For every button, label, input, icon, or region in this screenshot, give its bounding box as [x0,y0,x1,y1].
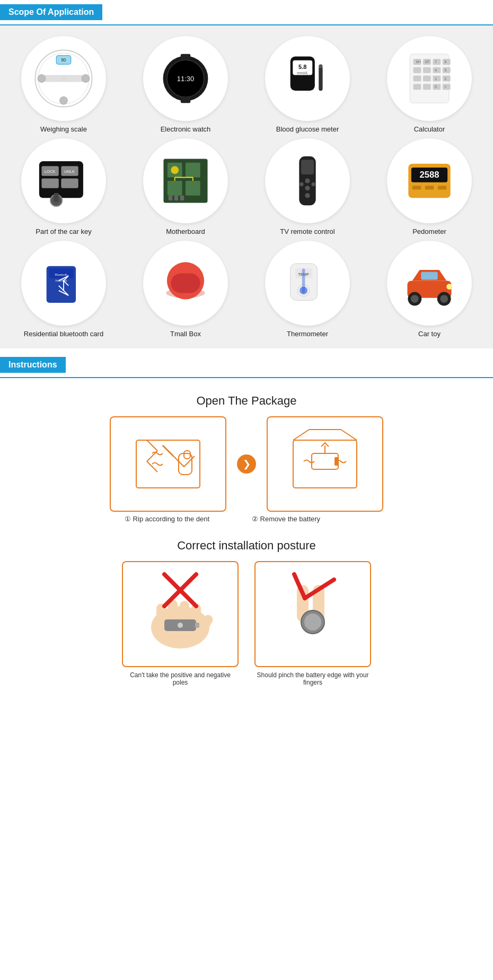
svg-point-73 [305,193,310,198]
svg-rect-108 [184,451,190,459]
posture-correct-label: Should pinch the battery edge with your … [254,671,371,686]
svg-text:80: 80 [61,57,66,63]
item-blood-glucose: 5.8 mmol/L Blood glucose meter [249,36,366,133]
item-calculator: M+ GT 7 8 4 5 1 2 0 = Calculator [371,36,488,133]
posture-correct-box [254,561,371,667]
svg-rect-60 [168,181,182,196]
svg-rect-95 [302,268,305,293]
steps-row: ❯ [5,416,488,512]
motherboard-image [143,138,228,223]
instructions-badge: Instructions [0,357,66,373]
motherboard-label: Motherboard [166,228,205,235]
step-arrow: ❯ [237,454,256,474]
svg-rect-29 [443,67,451,73]
svg-point-99 [411,295,419,303]
instructions-header: Instructions [0,353,493,378]
weighing-scale-label: Weighing scale [40,125,87,133]
step1-illustration [120,424,216,504]
step2-label: ② Remove the battery [252,515,368,523]
posture-wrong-box [122,561,239,667]
thermometer-image: TEMP [265,241,350,326]
weighing-scale-icon: 80 [32,47,95,110]
arrow-icon: ❯ [243,458,251,470]
posture-correct: Should pinch the battery edge with your … [254,561,371,686]
thermometer-label: Thermometer [287,330,328,338]
svg-rect-103 [136,440,200,488]
svg-point-4 [82,75,90,83]
svg-rect-80 [425,186,434,189]
posture-wrong: Can't take the positive and negative pol… [122,561,239,686]
svg-rect-97 [421,272,437,280]
car-key-icon: LOCK UNLK [32,149,95,213]
svg-text:4: 4 [435,68,437,72]
correct-posture-illustration [265,569,360,659]
bluetooth-card-image: Bluetooth Induction [21,241,106,326]
items-grid: 80 Weighing scale 11:30 Electronic watch [5,36,488,338]
svg-text:0: 0 [435,85,437,89]
step2-box [267,416,383,512]
svg-rect-70 [301,160,314,174]
svg-text:2588: 2588 [420,170,439,180]
svg-rect-36 [433,84,441,90]
item-car-key: LOCK UNLK Part of the car key [5,138,122,235]
bluetooth-icon: Bluetooth Induction [32,251,95,315]
blood-glucose-label: Blood glucose meter [276,125,339,133]
car-toy-image [387,241,472,326]
svg-text:5: 5 [445,68,447,72]
svg-text:5.8: 5.8 [298,64,306,70]
tmall-box-label: Tmall Box [170,330,201,338]
svg-rect-32 [433,75,441,81]
svg-rect-89 [171,274,200,293]
blood-glucose-image: 5.8 mmol/L [265,36,350,121]
svg-point-75 [311,182,315,186]
item-pedometer: 2588 Pedometer [371,138,488,235]
svg-rect-19 [319,66,322,91]
svg-rect-31 [423,75,431,81]
svg-text:=: = [445,85,447,89]
svg-text:GT: GT [425,60,430,64]
svg-rect-67 [174,196,178,200]
scope-section: 80 Weighing scale 11:30 Electronic watch [0,25,493,348]
svg-text:1: 1 [435,77,437,81]
car-key-label: Part of the car key [36,228,92,235]
svg-rect-123 [195,623,199,628]
weighing-scale-image: 80 [21,36,106,121]
tmall-icon [154,251,217,315]
bluetooth-card-label: Residential bluetooth card [24,330,103,338]
svg-rect-68 [180,196,184,200]
svg-rect-13 [181,54,190,60]
step1-label: ① Rip according to the dent [125,515,241,523]
step2-illustration [277,424,373,504]
svg-rect-30 [413,75,421,81]
scope-badge: Scope Of Application [0,4,102,20]
svg-rect-27 [423,67,431,73]
motherboard-icon [154,149,217,213]
scope-header: Scope Of Application [0,0,493,25]
svg-point-65 [171,166,179,174]
instructions-section: Open The Package [0,378,493,700]
pedometer-label: Pedometer [412,228,446,235]
calculator-label: Calculator [414,125,445,133]
svg-rect-81 [438,186,447,189]
svg-text:M+: M+ [416,60,421,64]
tv-remote-label: TV remote control [280,228,334,235]
watch-icon: 11:30 [154,47,217,110]
svg-text:11:30: 11:30 [177,75,194,83]
car-key-image: LOCK UNLK [21,138,106,223]
car-toy-label: Car toy [418,330,441,338]
svg-point-74 [300,182,303,186]
svg-rect-66 [169,196,172,200]
svg-rect-59 [186,163,200,178]
svg-point-71 [305,178,310,183]
pedometer-icon: 2588 [398,149,461,213]
item-tv-remote: TV remote control [249,138,366,235]
svg-rect-52 [61,178,78,188]
svg-line-110 [293,430,309,440]
svg-rect-61 [186,181,200,196]
svg-text:8: 8 [445,60,447,64]
thermometer-icon: TEMP [276,251,339,315]
svg-point-5 [60,97,68,104]
car-toy-icon [398,251,461,315]
wrong-posture-illustration [133,569,228,659]
item-weighing-scale: 80 Weighing scale [5,36,122,133]
